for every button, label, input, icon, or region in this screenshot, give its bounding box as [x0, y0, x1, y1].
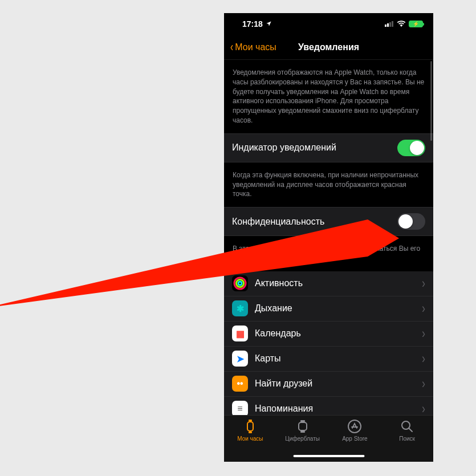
svg-rect-2 — [389, 22, 391, 27]
app-row[interactable]: ••Найти друзей› — [224, 372, 433, 397]
svg-rect-9 — [249, 432, 252, 433]
app-row-label: Активность — [255, 278, 422, 288]
find-friends-icon: •• — [232, 376, 248, 392]
search-icon — [400, 419, 414, 434]
chevron-right-icon: › — [422, 326, 425, 341]
tab-поиск[interactable]: Поиск — [381, 419, 433, 462]
app-row-label: Карты — [255, 353, 422, 364]
reminders-icon: ≡ — [232, 401, 248, 415]
scroll-content[interactable]: Уведомления отображаются на Apple Watch,… — [224, 60, 433, 415]
app-row-label: Календарь — [255, 328, 422, 339]
chevron-right-icon: › — [422, 351, 425, 367]
notification-indicator-toggle[interactable] — [397, 140, 425, 156]
intro-description: Уведомления отображаются на Apple Watch,… — [224, 60, 433, 133]
phone-screen: 17:18 ⚡ ‹ Мои часы Уведомления Уведомл — [224, 13, 433, 462]
chevron-right-icon: › — [422, 301, 425, 316]
app-row[interactable]: ➤Карты› — [224, 347, 433, 372]
back-button[interactable]: ‹ Мои часы — [230, 41, 276, 54]
svg-point-6 — [238, 282, 242, 285]
svg-point-13 — [348, 420, 361, 433]
svg-rect-10 — [299, 422, 307, 430]
location-icon — [266, 19, 272, 29]
status-bar: 17:18 ⚡ — [224, 13, 433, 35]
svg-rect-3 — [392, 21, 393, 27]
scrollbar[interactable] — [430, 61, 432, 141]
svg-rect-1 — [387, 23, 389, 27]
notification-indicator-description: Когда эта функция включена, при наличии … — [224, 162, 433, 207]
watchface-icon — [295, 419, 310, 434]
svg-point-5 — [237, 280, 244, 287]
privacy-row: Конфиденциальность — [224, 207, 433, 236]
watch-icon — [243, 419, 258, 434]
svg-rect-0 — [385, 25, 387, 27]
privacy-toggle[interactable] — [397, 213, 425, 230]
cellular-signal-icon — [385, 19, 394, 29]
notification-indicator-label: Индикатор уведомлений — [232, 143, 397, 153]
battery-charging-icon: ⚡ — [409, 21, 423, 27]
notification-indicator-row: Индикатор уведомлений — [224, 133, 433, 162]
chevron-right-icon: › — [422, 276, 425, 291]
app-row-label: Найти друзей — [255, 379, 422, 389]
home-indicator[interactable] — [293, 455, 364, 457]
page-title: Уведомления — [298, 42, 359, 52]
app-row[interactable]: ≡Напоминания› — [224, 397, 433, 415]
svg-rect-12 — [300, 431, 305, 433]
wifi-icon — [397, 19, 406, 29]
nav-header: ‹ Мои часы Уведомления — [224, 35, 433, 60]
app-row-label: Дыхание — [255, 303, 422, 314]
tab-label: Поиск — [399, 436, 415, 442]
svg-rect-8 — [249, 420, 252, 421]
privacy-label: Конфиденциальность — [232, 217, 397, 227]
tab-label: App Store — [342, 436, 367, 442]
app-list: Активность›✱Дыхание›▦Календарь›➤Карты›••… — [224, 271, 433, 415]
app-row[interactable]: ✱Дыхание› — [224, 296, 433, 322]
tab-label: Мои часы — [237, 436, 263, 442]
tab-мои-часы[interactable]: Мои часы — [224, 419, 276, 462]
svg-rect-11 — [300, 420, 305, 422]
status-time: 17:18 — [242, 19, 263, 29]
app-row[interactable]: ▦Календарь› — [224, 322, 433, 347]
breathe-icon: ✱ — [232, 300, 248, 316]
maps-icon: ➤ — [232, 351, 248, 367]
back-label: Мои часы — [235, 42, 276, 52]
app-row[interactable]: Активность› — [224, 271, 433, 296]
activity-rings-icon — [232, 275, 248, 291]
svg-line-15 — [409, 428, 412, 432]
privacy-description: В этом режиме подробно ия не будут отобр… — [224, 236, 433, 271]
chevron-right-icon: › — [422, 376, 425, 392]
tab-label: Циферблаты — [285, 436, 320, 442]
calendar-icon: ▦ — [232, 326, 248, 341]
chevron-left-icon: ‹ — [230, 41, 233, 54]
chevron-right-icon: › — [422, 401, 425, 415]
appstore-icon — [347, 419, 362, 434]
app-row-label: Напоминания — [255, 404, 422, 414]
svg-rect-7 — [247, 422, 253, 431]
